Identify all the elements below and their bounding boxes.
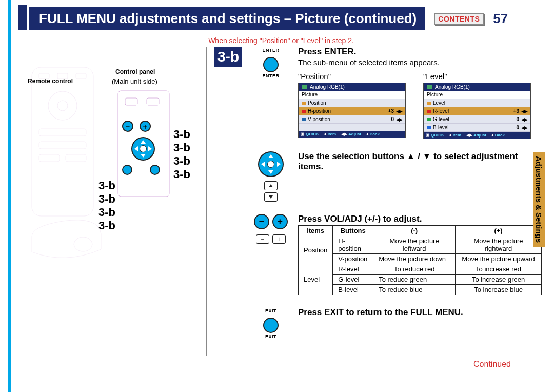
svg-rect-8 [39,154,60,162]
panel-voladj-minus-icon: − [122,121,133,132]
device-diagram-panel: Remote control Control panel (Main unit … [21,47,200,356]
callouts-remote: 3-b 3-b 3-b 3-b [98,179,115,232]
up-button-icon [264,181,278,190]
remote-outline-icon [27,62,104,285]
control-panel-sub: (Main unit side) [112,77,157,85]
svg-rect-12 [125,98,137,105]
select-heading: Use the selection buttons ▲ / ▼ to selec… [298,151,542,172]
enter-caption-bottom: ENTER [262,73,279,79]
svg-point-1 [48,91,77,120]
panel-dpad-icon [131,137,155,161]
decor-navy-squares [18,5,27,30]
press-enter-sub: The sub-menu of selected items appears. [298,58,531,67]
exit-heading: Press EXIT to return to the FULL MENU. [298,307,463,318]
adjust-heading: Press VOL/ADJ (+/-) to adjust. [298,214,542,224]
dpad-icon [258,151,284,177]
panel-outline-icon: − + [116,89,172,214]
vol-minus-icon: − [254,214,269,229]
exit-caption-bottom: EXIT [265,334,276,339]
svg-point-10 [74,237,92,251]
plus-button-icon: + [272,234,286,244]
page-number: 57 [493,11,508,27]
page-title: FULL MENU adjustments and settings – Pic… [29,7,425,30]
svg-rect-3 [39,73,49,79]
svg-rect-7 [39,142,86,149]
continued-label: Continued [21,360,542,369]
down-button-icon [264,192,278,202]
svg-rect-5 [76,73,86,79]
enter-caption-top: ENTER [262,48,279,53]
exit-button-icon [263,318,279,333]
section-side-tab[interactable]: Adjustments & Settings [533,152,545,247]
enter-button-icon [263,57,279,72]
minus-button-icon: − [256,234,269,244]
contents-button[interactable]: CONTENTS [434,13,484,25]
control-panel-label: Control panel [115,68,155,75]
svg-rect-13 [147,98,159,105]
panel-voladj-plus-icon: + [140,121,151,132]
column-separator [206,47,207,356]
svg-point-2 [57,101,68,111]
level-caption: "Level" [423,72,531,81]
adjustment-table: Items Buttons (-) (+) Position H-positio… [298,225,542,295]
level-submenu: Analog RGB(1) Picture Level R-level+3◀▶ … [423,83,531,139]
exit-caption-top: EXIT [265,308,276,313]
svg-rect-9 [66,154,86,162]
panel-exit-icon [150,165,160,175]
svg-rect-4 [57,73,68,79]
press-enter-heading: Press ENTER. [298,47,531,57]
svg-rect-6 [39,129,86,136]
panel-enter-icon [122,165,132,175]
vol-plus-icon: + [272,214,288,229]
position-caption: "Position" [298,72,406,81]
context-note: When selecting "Position" or "Level" in … [21,36,542,45]
step-badge-3b: 3-b [214,47,242,67]
callouts-panel: 3-b 3-b 3-b 3-b [173,128,190,181]
position-submenu: Analog RGB(1) Picture Position H-positio… [298,83,406,138]
left-accent-bar [8,0,11,392]
